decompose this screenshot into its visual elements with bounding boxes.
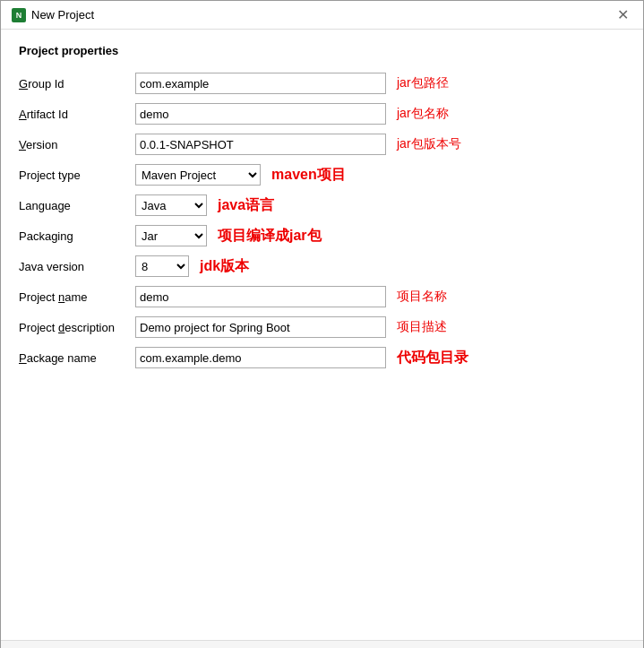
- project-type-select[interactable]: Maven Project Gradle Project: [135, 164, 261, 186]
- language-row: Language Java Kotlin Groovy java语言: [19, 192, 625, 219]
- packaging-label: Packaging: [19, 229, 135, 243]
- group-id-annotation: jar包路径: [397, 75, 449, 91]
- java-version-row: Java version 8 11 17 jdk版本: [19, 253, 625, 280]
- project-desc-annotation: 项目描述: [397, 319, 447, 335]
- title-bar: N New Project ✕: [1, 1, 643, 30]
- project-name-row: Project name 项目名称: [19, 283, 625, 310]
- package-name-input[interactable]: [135, 347, 386, 368]
- project-name-input[interactable]: [135, 286, 386, 307]
- project-desc-input[interactable]: [135, 316, 386, 338]
- language-wrapper: Java Kotlin Groovy: [135, 194, 207, 216]
- java-version-label: Java version: [19, 260, 135, 273]
- java-version-wrapper: 8 11 17: [135, 255, 189, 277]
- version-annotation: jar包版本号: [397, 136, 461, 152]
- artifact-id-annotation: jar包名称: [397, 106, 449, 122]
- packaging-annotation: 项目编译成jar包: [218, 227, 322, 246]
- dialog-title: New Project: [31, 8, 94, 22]
- language-select[interactable]: Java Kotlin Groovy: [135, 194, 207, 216]
- version-row: Version jar包版本号: [19, 131, 625, 158]
- close-button[interactable]: ✕: [614, 6, 632, 24]
- project-desc-row: Project description 项目描述: [19, 314, 625, 341]
- group-id-label: Group Id: [19, 77, 135, 91]
- project-type-label: Project type: [19, 168, 135, 182]
- artifact-id-row: Artifact Id jar包名称: [19, 100, 625, 127]
- package-name-annotation: 代码包目录: [397, 349, 468, 367]
- packaging-row: Packaging Jar War 项目编译成jar包: [19, 222, 625, 249]
- project-name-label: Project name: [19, 290, 135, 304]
- version-input[interactable]: [135, 134, 386, 155]
- title-bar-left: N New Project: [12, 8, 94, 22]
- project-desc-label: Project description: [19, 321, 135, 334]
- artifact-id-label: Artifact Id: [19, 108, 135, 121]
- artifact-id-input[interactable]: [135, 103, 386, 125]
- packaging-wrapper: Jar War: [135, 225, 207, 246]
- version-label: Version: [19, 138, 135, 151]
- form-area: Group Id jar包路径 Artifact Id jar包名称 Versi…: [19, 70, 625, 375]
- language-label: Language: [19, 199, 135, 212]
- section-title: Project properties: [19, 44, 625, 57]
- project-name-annotation: 项目名称: [397, 289, 447, 305]
- package-name-label: Package name: [19, 351, 135, 365]
- empty-area: [19, 375, 625, 626]
- dialog-footer: Previous Next Cancel Help: [1, 640, 643, 648]
- svg-text:N: N: [16, 11, 22, 20]
- dialog-icon: N: [12, 8, 26, 22]
- java-version-select[interactable]: 8 11 17: [135, 255, 189, 277]
- group-id-row: Group Id jar包路径: [19, 70, 625, 97]
- language-annotation: java语言: [218, 196, 274, 215]
- packaging-select[interactable]: Jar War: [135, 225, 207, 246]
- group-id-input[interactable]: [135, 73, 386, 94]
- java-version-annotation: jdk版本: [200, 257, 249, 276]
- project-type-wrapper: Maven Project Gradle Project: [135, 164, 261, 186]
- project-type-row: Project type Maven Project Gradle Projec…: [19, 161, 625, 188]
- dialog-body: Project properties Group Id jar包路径 Artif…: [1, 30, 643, 640]
- new-project-dialog: N New Project ✕ Project properties Group…: [0, 0, 644, 648]
- project-type-annotation: maven项目: [271, 166, 346, 185]
- package-name-row: Package name 代码包目录: [19, 344, 625, 371]
